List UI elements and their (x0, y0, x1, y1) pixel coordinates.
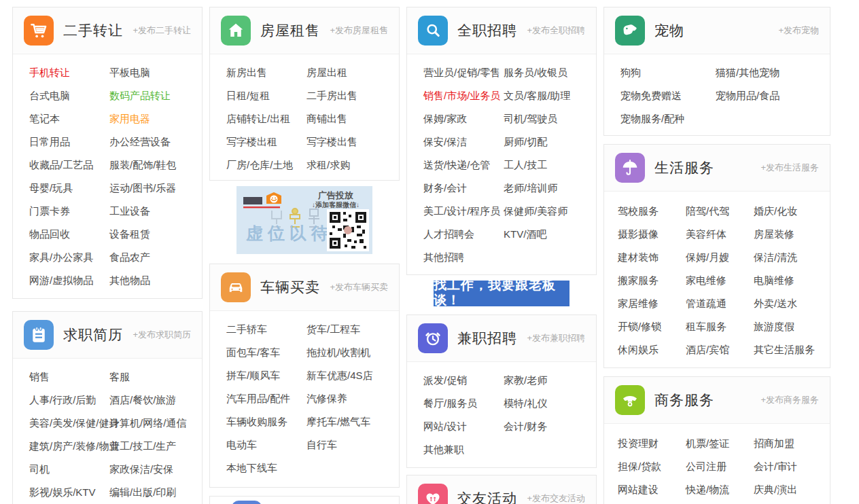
category-link[interactable]: 其他物品 (109, 269, 186, 292)
category-link[interactable]: 婚庆/化妆 (754, 200, 816, 223)
category-link[interactable]: 拖拉机/收割机 (306, 341, 383, 364)
publish-link[interactable]: +发布二手转让 (133, 24, 191, 37)
category-link[interactable]: 模特/礼仪 (504, 392, 580, 415)
category-link[interactable]: 网站建设 (618, 478, 686, 501)
category-link[interactable]: 酒店/宾馆 (686, 338, 754, 361)
category-link[interactable]: 食品农产 (109, 246, 186, 269)
category-link[interactable]: 拼车/顺风车 (226, 364, 306, 387)
category-link[interactable]: 会计/审计 (754, 455, 816, 478)
category-link[interactable]: 客服 (109, 365, 186, 389)
category-link[interactable]: 驾校服务 (618, 200, 686, 223)
category-link[interactable]: 汽车用品/配件 (226, 387, 306, 410)
publish-link[interactable]: +发布交友活动 (527, 492, 585, 504)
publish-link[interactable]: +发布全职招聘 (527, 24, 585, 37)
category-link[interactable]: 手机转让 (29, 61, 109, 84)
category-link[interactable]: 求租/求购 (306, 154, 383, 177)
category-link[interactable]: 人才招聘会 (423, 223, 504, 246)
category-link[interactable]: 二手轿车 (226, 318, 306, 341)
card-title[interactable]: 宠物 (654, 21, 684, 40)
card-title[interactable]: 车辆买卖 (260, 278, 320, 297)
category-link[interactable]: 车辆收购服务 (226, 410, 306, 433)
category-link[interactable]: KTV/酒吧 (504, 223, 580, 246)
category-link[interactable]: 餐厅/服务员 (423, 392, 504, 415)
publish-link[interactable]: +发布商务服务 (760, 394, 819, 406)
category-link[interactable]: 销售/市场/业务员 (423, 84, 504, 107)
category-link[interactable]: 担保/贷款 (618, 455, 686, 478)
category-link[interactable]: 宠物用品/食品 (716, 84, 813, 107)
category-link[interactable]: 厂房/仓库/土地 (226, 154, 306, 177)
category-link[interactable]: 司机 (29, 458, 109, 481)
category-link[interactable]: 其他兼职 (423, 438, 504, 461)
category-link[interactable]: 家政保洁/安保 (109, 458, 186, 481)
category-link[interactable]: 服装/配饰/鞋包 (109, 154, 186, 177)
category-link[interactable]: 家用电器 (109, 107, 186, 130)
category-link[interactable]: 陪驾/代驾 (686, 200, 754, 223)
category-link[interactable]: 外卖/送水 (754, 292, 816, 315)
category-link[interactable]: 其它生活服务 (754, 338, 816, 361)
category-link[interactable]: 物品回收 (29, 223, 109, 246)
category-link[interactable]: 店铺转让/出租 (226, 107, 306, 130)
category-link[interactable]: 租车服务 (686, 315, 754, 338)
category-link[interactable]: 工业设备 (109, 200, 186, 223)
category-link[interactable]: 日租/短租 (226, 84, 306, 107)
category-link[interactable]: 写字楼出售 (306, 130, 383, 154)
category-link[interactable]: 门票卡券 (29, 200, 109, 223)
category-link[interactable]: 保洁/清洗 (754, 246, 816, 269)
category-link[interactable]: 电动车 (226, 433, 306, 456)
category-link[interactable]: 面包车/客车 (226, 341, 306, 364)
category-link[interactable]: 影视/娱乐/KTV (29, 481, 109, 504)
category-link[interactable]: 网站/设计 (423, 415, 504, 438)
category-link[interactable]: 文员/客服/助理 (504, 84, 580, 107)
category-link[interactable]: 房屋装修 (754, 223, 816, 246)
card-title[interactable]: 全职招聘 (457, 21, 517, 40)
category-link[interactable]: 公司注册 (686, 455, 754, 478)
category-link[interactable]: 商铺出售 (306, 107, 383, 130)
publish-link[interactable]: +发布兼职招聘 (527, 332, 585, 344)
category-link[interactable]: 新房出售 (226, 61, 306, 84)
category-link[interactable]: 办公经营设备 (109, 130, 186, 154)
category-link[interactable]: 收藏品/工艺品 (29, 154, 109, 177)
category-link[interactable]: 母婴/玩具 (29, 177, 109, 200)
category-link[interactable]: 电脑维修 (754, 269, 816, 292)
card-title[interactable]: 生活服务 (654, 158, 714, 177)
ad-banner[interactable]: 广告投放 ↓添加客服微信↓ 虚位以待 (236, 186, 372, 254)
category-link[interactable]: 二手房出售 (306, 84, 383, 107)
card-title[interactable]: 兼职招聘 (457, 329, 517, 348)
category-link[interactable]: 家居维修 (618, 292, 686, 315)
category-link[interactable]: 编辑/出版/印刷 (109, 481, 186, 504)
category-link[interactable]: 厨师/切配 (504, 130, 580, 154)
category-link[interactable]: 财务/会计 (423, 177, 504, 200)
category-link[interactable]: 休闲娱乐 (618, 338, 686, 361)
category-link[interactable]: 旅游度假 (754, 315, 816, 338)
category-link[interactable]: 猫猫/其他宠物 (716, 61, 813, 84)
category-link[interactable]: 新车优惠/4S店 (306, 364, 383, 387)
category-link[interactable]: 其他招聘 (423, 246, 504, 269)
category-link[interactable]: 摄影摄像 (618, 223, 686, 246)
job-banner[interactable]: 找工作，我要跟老板谈！ (434, 281, 569, 306)
category-link[interactable]: 搬家服务 (618, 269, 686, 292)
category-link[interactable]: 保姆/家政 (423, 107, 504, 130)
publish-link[interactable]: +发布车辆买卖 (330, 281, 388, 293)
category-link[interactable]: 平板电脑 (109, 61, 186, 84)
category-link[interactable]: 房屋出租 (306, 61, 383, 84)
category-link[interactable]: 货车/工程车 (306, 318, 383, 341)
category-link[interactable]: 建筑/房产/装修/物业 (29, 435, 109, 458)
category-link[interactable]: 人事/行政/后勤 (29, 389, 109, 412)
category-link[interactable]: 招商加盟 (754, 432, 816, 455)
card-title[interactable]: 商务服务 (654, 391, 714, 410)
category-link[interactable]: 摩托车/燃气车 (306, 410, 383, 433)
category-link[interactable]: 日常用品 (29, 130, 109, 154)
category-link[interactable]: 送货/快递/仓管 (423, 154, 504, 177)
category-link[interactable]: 狗狗 (620, 61, 716, 84)
category-link[interactable]: 家具/办公家具 (29, 246, 109, 269)
category-link[interactable]: 销售 (29, 365, 109, 389)
category-link[interactable]: 庆典/演出 (754, 478, 816, 501)
category-link[interactable]: 家教/老师 (504, 369, 580, 392)
category-link[interactable]: 写字楼出租 (226, 130, 306, 154)
category-link[interactable]: 派发/促销 (423, 369, 504, 392)
card-title[interactable]: 房屋租售 (260, 21, 320, 40)
category-link[interactable]: 机票/签证 (686, 432, 754, 455)
category-link[interactable]: 笔记本 (29, 107, 109, 130)
category-link[interactable]: 保健师/美容师 (504, 200, 580, 223)
category-link[interactable]: 美工/设计/程序员 (423, 200, 504, 223)
